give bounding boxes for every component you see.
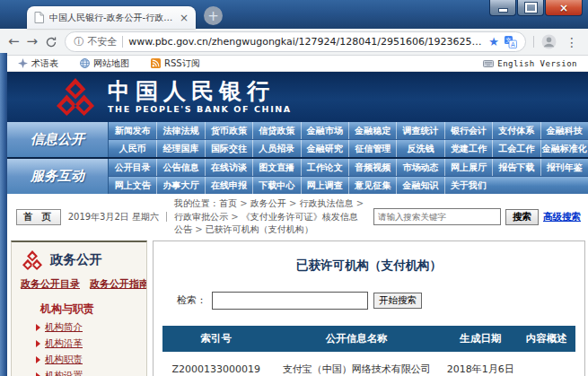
breadcrumb-separator: > <box>192 224 206 234</box>
window-close-button[interactable]: × <box>545 0 583 16</box>
brand-block: 中国人民银行 THE PEOPLE'S BANK OF CHINA <box>108 80 292 113</box>
nav-item[interactable]: 金融知识 <box>396 177 443 194</box>
nav-item[interactable]: 新闻发布 <box>109 122 156 139</box>
sidebar-item[interactable]: 机构职责 <box>12 352 146 368</box>
nav-item[interactable]: 法律法规 <box>156 122 204 139</box>
bookmark-star-icon[interactable]: ★ <box>488 35 499 48</box>
nav-item[interactable]: 货币政策 <box>205 122 252 139</box>
english-version-link[interactable]: English Version <box>483 59 577 68</box>
sidebar-links: 政务公开目录政务公开指南 <box>12 277 146 298</box>
search-input[interactable] <box>373 208 501 225</box>
nav-item[interactable]: 音频视频 <box>348 159 396 176</box>
nav-item[interactable]: 网上展厅 <box>444 159 492 176</box>
nav-item[interactable]: 党建工作 <box>444 140 492 157</box>
breadcrumb-item[interactable]: 行政审批公示 <box>174 212 228 222</box>
site-info[interactable]: ⓘ 不安全 <box>74 35 117 48</box>
compass-star-icon <box>18 58 28 68</box>
nav-item[interactable]: 公开目录 <box>109 159 156 176</box>
nav-item[interactable]: 意见征集 <box>348 177 396 194</box>
profile-avatar[interactable] <box>541 34 557 49</box>
nav-item[interactable]: 金融标准化 <box>540 140 588 157</box>
nav-item[interactable]: 国际交往 <box>205 140 252 157</box>
address-bar[interactable]: ⓘ 不安全 www.pbc.gov.cn/zhengwugongkai/1279… <box>65 31 526 52</box>
table-cell: 2018年1月6日 <box>443 352 518 376</box>
search-button[interactable]: 搜索 <box>505 209 539 225</box>
nav-item[interactable]: 报告下载 <box>492 159 540 176</box>
breadcrumb-item[interactable]: 行政执法信息 <box>300 198 354 208</box>
back-button[interactable]: ← <box>8 35 20 48</box>
sidebar-link[interactable]: 政务公开指南 <box>90 277 147 291</box>
date-divider <box>166 212 167 222</box>
sidebar-item[interactable]: 机构设置 <box>12 368 146 376</box>
glossary-link[interactable]: 术语表 <box>18 57 58 70</box>
nav-item[interactable]: 征信管理 <box>348 140 396 157</box>
nav-item[interactable]: 市场动态 <box>396 159 443 176</box>
nav-item[interactable]: 在线申报 <box>205 177 252 194</box>
breadcrumb-separator: > <box>354 198 364 208</box>
nav-group: 服务互动公开目录公告信息在线访谈图文直播工作论文音频视频市场动态网上展厅报告下载… <box>7 157 588 194</box>
pbc-logo-icon <box>57 78 94 116</box>
sidebar-item[interactable]: 机构沿革 <box>12 336 146 352</box>
brand-name-cn: 中国人民银行 <box>108 80 292 103</box>
nav-item[interactable]: 支付体系 <box>492 122 540 139</box>
nav-item[interactable]: 工会工作 <box>492 140 540 157</box>
sidebar-title: 政务公开 <box>50 251 102 268</box>
window-minimize-button[interactable] <box>489 0 516 16</box>
nav-item[interactable]: 反洗钱 <box>396 140 443 157</box>
nav-item[interactable]: 调查统计 <box>396 122 443 139</box>
sidebar-link[interactable]: 政务公开目录 <box>21 277 80 291</box>
nav-item[interactable]: 网上文告 <box>109 177 156 194</box>
new-tab-button[interactable]: + <box>204 6 223 25</box>
nav-item[interactable]: 银行会计 <box>444 122 492 139</box>
nav-row: 人民币经理国库国际交往人员招录金融研究征信管理反洗钱党建工作工会工作金融标准化 <box>109 139 588 157</box>
sitemap-link[interactable]: 网站地图 <box>80 57 129 70</box>
sidebar-item[interactable]: 机构简介 <box>12 319 146 336</box>
rss-link[interactable]: RSS订阅 <box>151 57 200 70</box>
start-search-button[interactable]: 开始搜索 <box>373 293 422 309</box>
table-header-cell: 内容概述 <box>518 326 575 352</box>
nav-item[interactable]: 报刊年鉴 <box>540 159 588 176</box>
nav-item[interactable]: 网上调查 <box>301 177 348 194</box>
nav-item[interactable]: 金融市场 <box>301 122 348 139</box>
home-button[interactable]: 首 页 <box>16 209 61 225</box>
advanced-search-link[interactable]: 高级搜索 <box>543 211 581 223</box>
window-maximize-button[interactable] <box>517 0 544 16</box>
nav-item[interactable]: 金融研究 <box>301 140 348 157</box>
breadcrumb-item[interactable]: 首页 <box>219 198 237 208</box>
nav-item[interactable]: 公告信息 <box>156 159 204 176</box>
site-banner: 中国人民银行 THE PEOPLE'S BANK OF CHINA <box>7 72 588 122</box>
forward-button[interactable]: → <box>27 35 39 48</box>
bullet-icon <box>36 324 40 331</box>
nav-item[interactable]: 经理国库 <box>156 140 204 157</box>
english-version-label: English Version <box>497 59 577 68</box>
nav-item[interactable]: 人员招录 <box>252 140 300 157</box>
nav-group: 信息公开新闻发布法律法规货币政策信贷政策金融市场金融稳定调查统计银行会计支付体系… <box>7 122 588 157</box>
browser-menu-icon[interactable]: ⋮ <box>564 35 580 49</box>
tab-close-icon[interactable]: × <box>180 13 189 23</box>
nav-item[interactable]: 在线访谈 <box>205 159 252 176</box>
nav-item[interactable]: 人民币 <box>109 140 156 157</box>
sidebar-item-label: 机构设置 <box>45 370 83 376</box>
breadcrumb-separator: > <box>286 198 300 208</box>
nav-item[interactable]: 金融稳定 <box>348 122 396 139</box>
breadcrumb-separator: > <box>237 198 250 208</box>
sidebar: 政务公开 政务公开目录政务公开指南 机构与职责机构简介机构沿革机构职责机构设置法… <box>11 240 147 376</box>
browser-tab[interactable]: 中国人民银行-政务公开-行政执法信息 × <box>27 6 196 29</box>
nav-rows: 新闻发布法律法规货币政策信贷政策金融市场金融稳定调查统计银行会计支付体系金融科技… <box>109 122 588 157</box>
translate-icon[interactable]: 文A <box>505 36 517 48</box>
retrieve-input[interactable] <box>212 292 368 310</box>
nav-item[interactable]: 下载中心 <box>252 177 300 194</box>
breadcrumb-bar: 首 页 2019年3月2日 星期六 我的位置：首页 > 政务公开 > 行政执法信… <box>7 194 588 240</box>
sidebar-item-label: 机构沿革 <box>45 337 83 350</box>
nav-item[interactable]: 办事大厅 <box>156 177 204 194</box>
nav-row: 新闻发布法律法规货币政策信贷政策金融市场金融稳定调查统计银行会计支付体系金融科技 <box>109 122 588 139</box>
nav-item[interactable]: 工作论文 <box>301 159 348 176</box>
nav-item[interactable]: 关于我们 <box>444 177 492 194</box>
nav-item[interactable]: 图文直播 <box>252 159 300 176</box>
nav-group-label: 信息公开 <box>7 122 109 157</box>
reload-button[interactable] <box>45 36 57 48</box>
breadcrumb-item[interactable]: 政务公开 <box>250 198 286 208</box>
nav-item[interactable]: 金融科技 <box>540 122 588 139</box>
nav-item[interactable]: 信贷政策 <box>252 122 300 139</box>
url-text[interactable]: www.pbc.gov.cn/zhengwugongkai/127924/128… <box>128 36 483 48</box>
